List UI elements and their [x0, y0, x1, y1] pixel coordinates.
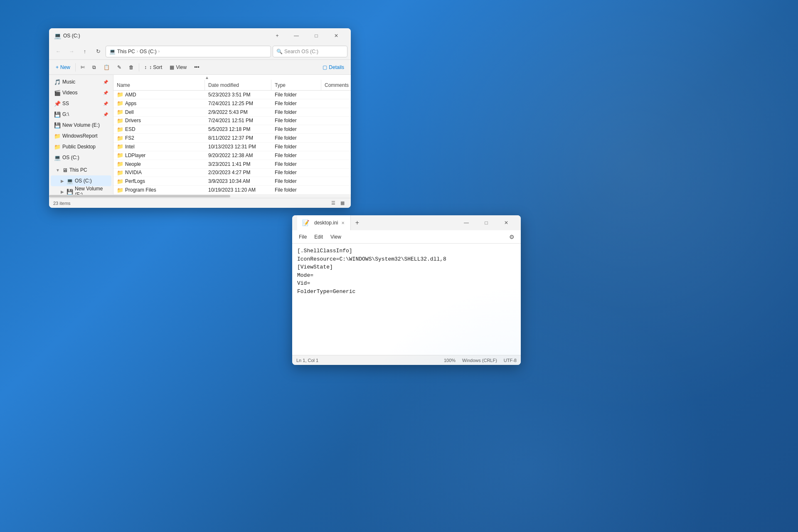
view-label: View — [176, 64, 187, 70]
notepad-tab-close[interactable]: ✕ — [340, 221, 345, 225]
table-row[interactable]: 📁Drivers 7/24/2021 12:51 PM File folder — [113, 117, 351, 126]
sidebar-item-osc-quick[interactable]: 💻 OS (C:) — [51, 152, 111, 163]
file-explorer-window: 💻 OS (C:) + — □ ✕ ← → ↑ ↻ 💻 This PC › OS… — [49, 28, 351, 208]
windowsreport-icon: 📁 — [54, 133, 61, 139]
folder-icon: 📁 — [117, 161, 123, 167]
pin-icon-videos: 📌 — [103, 91, 108, 95]
sidebar-item-ss[interactable]: 📌 SS 📌 — [51, 98, 111, 109]
sidebar-thispc[interactable]: ▼ 🖥 This PC — [51, 165, 111, 175]
table-row[interactable]: 📁PerfLogs 3/9/2023 10:34 AM File folder — [113, 177, 351, 186]
close-button[interactable]: ✕ — [327, 29, 346, 42]
hscroll-thumb[interactable] — [49, 195, 230, 197]
breadcrumb-thispc[interactable]: This PC — [117, 49, 135, 54]
sidebar-label-osc-quick: OS (C:) — [62, 155, 79, 160]
sidebar-item-videos[interactable]: 🎬 Videos 📌 — [51, 87, 111, 98]
col-comments[interactable]: Comments — [321, 80, 351, 90]
table-row[interactable]: 📁Apps 7/24/2021 12:25 PM File folder — [113, 99, 351, 108]
file-name-neople: 📁Neople — [113, 161, 205, 167]
file-name-intel: 📁Intel — [113, 143, 205, 150]
pin-icon-music: 📌 — [103, 80, 108, 84]
view-list-button[interactable]: ☰ — [329, 199, 337, 207]
file-date-drivers: 7/24/2021 12:51 PM — [205, 118, 271, 123]
notepad-edit-menu[interactable]: Edit — [311, 232, 326, 242]
file-date-fs2: 8/11/2022 12:37 PM — [205, 135, 271, 141]
col-name[interactable]: Name — [113, 80, 205, 90]
copy-button[interactable]: ⧉ — [89, 62, 99, 73]
sidebar-label-publicdesktop: Public Desktop — [62, 144, 96, 150]
delete-button[interactable]: 🗑 — [126, 62, 137, 73]
notepad-tab[interactable]: 📝 desktop.ini ✕ — [297, 215, 351, 230]
table-row[interactable]: 📁LDPlayer 9/20/2022 12:38 AM File folder — [113, 151, 351, 160]
file-date-intel: 10/13/2023 12:31 PM — [205, 144, 271, 150]
sidebar-item-music[interactable]: 🎵 Music 📌 — [51, 76, 111, 87]
sidebar-item-publicdesktop[interactable]: 📁 Public Desktop — [51, 141, 111, 152]
pin-icon-ss: 📌 — [103, 101, 108, 106]
minimize-button[interactable]: — — [287, 29, 306, 42]
notepad-view-menu[interactable]: View — [327, 232, 345, 242]
notepad-content-area[interactable]: [.ShellClassInfo] IconResource=C:\WINDOW… — [292, 244, 521, 355]
refresh-button[interactable]: ↻ — [92, 46, 104, 57]
maximize-button[interactable]: □ — [307, 29, 326, 42]
details-button[interactable]: ▢ Details — [319, 62, 347, 73]
view-button[interactable]: ▦ View — [166, 62, 190, 73]
notepad-close-button[interactable]: ✕ — [497, 216, 516, 229]
horizontal-scrollbar[interactable] — [49, 195, 351, 198]
new-button[interactable]: + New — [52, 62, 74, 73]
breadcrumb-osc[interactable]: OS (C:) — [140, 49, 157, 54]
table-row[interactable]: 📁AMD 5/23/2023 3:51 PM File folder — [113, 91, 351, 99]
back-button[interactable]: ← — [52, 46, 64, 57]
col-date[interactable]: Date modified — [205, 80, 271, 90]
file-type-esd: File folder — [271, 126, 321, 132]
folder-icon: 📁 — [117, 170, 123, 176]
sidebar-item-windowsreport[interactable]: 📁 WindowsReport — [51, 131, 111, 141]
newvol-expand-icon: ▶ — [61, 190, 64, 194]
file-name-amd: 📁AMD — [113, 91, 205, 98]
file-name-programfiles: 📁Program Files — [113, 187, 205, 193]
file-list: ▲ Name Date modified Type Comments 📁AMD … — [113, 75, 351, 195]
more-button[interactable]: ••• — [191, 62, 203, 73]
sidebar-newvol-label: New Volume (E:) — [75, 186, 110, 195]
folder-icon: 📁 — [117, 100, 123, 106]
file-date-perflogs: 3/9/2023 10:34 AM — [205, 178, 271, 184]
table-row[interactable]: 📁Neople 3/23/2021 1:41 PM File folder — [113, 160, 351, 169]
thispc-expand-icon: ▼ — [56, 168, 60, 172]
file-list-header: Name Date modified Type Comments — [113, 80, 351, 91]
sidebar-osc-drive[interactable]: ▶ 💻 OS (C:) — [51, 175, 111, 186]
table-row[interactable]: 📁ESD 5/5/2023 12:18 PM File folder — [113, 125, 351, 134]
file-date-esd: 5/5/2023 12:18 PM — [205, 126, 271, 132]
view-grid-button[interactable]: ▦ — [338, 199, 347, 207]
breadcrumb-sep1: › — [137, 49, 138, 54]
notepad-add-tab-button[interactable]: + — [351, 217, 363, 229]
col-type[interactable]: Type — [271, 80, 321, 90]
file-type-perflogs: File folder — [271, 178, 321, 184]
forward-button[interactable]: → — [66, 46, 77, 57]
up-button[interactable]: ↑ — [79, 46, 91, 57]
videos-icon: 🎬 — [54, 90, 61, 96]
table-row[interactable]: 📁FS2 8/11/2022 12:37 PM File folder — [113, 134, 351, 143]
sidebar-item-newvol[interactable]: 💾 New Volume (E:) — [51, 120, 111, 131]
notepad-maximize-button[interactable]: □ — [477, 216, 496, 229]
notepad-tab-label: desktop.ini — [314, 220, 338, 226]
paste-button[interactable]: 📋 — [100, 62, 113, 73]
table-row[interactable]: 📁Program Files 10/19/2023 11:20 AM File … — [113, 186, 351, 195]
sidebar-label-ss: SS — [62, 101, 69, 106]
cut-button[interactable]: ✄ — [77, 62, 88, 73]
breadcrumb[interactable]: 💻 This PC › OS (C:) › — [106, 46, 271, 57]
notepad-settings-button[interactable]: ⚙ — [506, 231, 517, 243]
new-tab-button[interactable]: + — [268, 29, 287, 42]
osc-icon: 💻 — [66, 178, 73, 184]
sidebar-newvol-drive[interactable]: ▶ 💾 New Volume (E:) — [51, 186, 111, 195]
table-row[interactable]: 📁NVIDIA 2/20/2023 4:27 PM File folder — [113, 169, 351, 177]
sort-button[interactable]: ↕ ↕ Sort — [141, 62, 165, 73]
table-row[interactable]: 📁Intel 10/13/2023 12:31 PM File folder — [113, 143, 351, 151]
titlebar-controls: — □ ✕ — [287, 29, 346, 42]
table-row[interactable]: 📁Dell 2/9/2022 5:43 PM File folder — [113, 108, 351, 117]
rename-button[interactable]: ✎ — [114, 62, 125, 73]
file-type-dell: File folder — [271, 109, 321, 115]
search-bar[interactable]: 🔍 Search OS (C:) — [273, 46, 347, 57]
sidebar-item-g[interactable]: 💾 G:\ 📌 — [51, 109, 111, 120]
folder-icon: 📁 — [117, 187, 123, 193]
file-type-fs2: File folder — [271, 135, 321, 141]
notepad-file-menu[interactable]: File — [296, 232, 310, 242]
notepad-minimize-button[interactable]: — — [457, 216, 476, 229]
